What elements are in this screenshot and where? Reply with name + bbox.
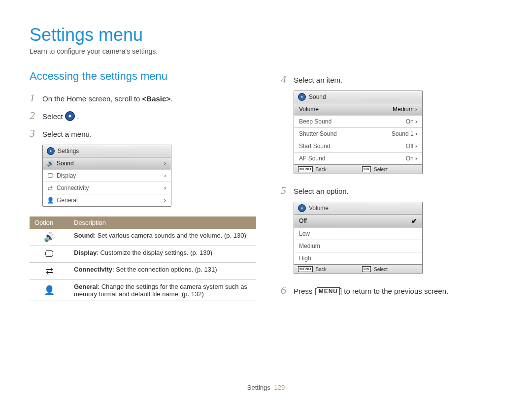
footer-select-label: Select — [374, 167, 388, 172]
chevron-right-icon: › — [415, 118, 417, 125]
step-4: 4 Select an item. — [281, 73, 502, 86]
desc-cell: Sound: Set various camera sounds and the… — [69, 229, 256, 246]
row-value: Off › — [406, 143, 417, 150]
row-label: General — [57, 197, 78, 204]
step-number: 4 — [281, 73, 290, 86]
panel-footer: MENU Back OK Select — [294, 164, 422, 174]
step-text: Press [MENU] to return to the previous s… — [294, 287, 448, 295]
row-label: Sound — [57, 160, 74, 167]
row-label: Connectivity — [57, 185, 89, 191]
volume-panel: Volume Off ✔ Low Medium High — [294, 202, 423, 274]
volume-row-low[interactable]: Low — [294, 227, 422, 240]
sound-icon — [47, 160, 54, 167]
row-value: Medium › — [393, 106, 417, 113]
check-icon: ✔ — [411, 217, 417, 225]
row-label: Beep Sound — [299, 118, 332, 125]
panel-title: Sound — [309, 93, 326, 100]
volume-row-medium[interactable]: Medium — [294, 240, 422, 252]
menu-button-icon: MENU — [298, 166, 313, 172]
step-number: 2 — [30, 109, 38, 122]
chevron-right-icon: › — [164, 160, 166, 167]
desc-cell: Display: Customize the display settings.… — [69, 246, 256, 263]
display-icon — [47, 172, 54, 179]
footer-back[interactable]: MENU Back — [294, 265, 358, 274]
step-6-prefix: Press [ — [294, 287, 317, 295]
display-icon: 🖵 — [30, 246, 69, 263]
chevron-right-icon: › — [164, 197, 166, 204]
row-label: Volume — [299, 106, 319, 113]
panel-footer: MENU Back OK Select — [294, 264, 422, 274]
option-description-table: Option Description 🔊 Sound: Set various … — [30, 216, 256, 301]
volume-row-off[interactable]: Off ✔ — [294, 215, 422, 227]
connectivity-icon — [47, 185, 54, 191]
footer-select[interactable]: OK Select — [358, 265, 422, 274]
settings-row-sound[interactable]: Sound › — [43, 157, 171, 169]
step-3: 3 Select a menu. — [30, 127, 256, 140]
volume-row-high[interactable]: High — [294, 252, 422, 264]
step-1: 1 On the Home screen, scroll to <Basic>. — [30, 92, 256, 104]
table-row: 🖵 Display: Customize the display setting… — [30, 246, 256, 263]
settings-row-general[interactable]: General › — [43, 194, 171, 206]
step-number: 3 — [30, 127, 38, 140]
row-label: Shutter Sound — [299, 130, 337, 137]
step-text: Select an option. — [294, 187, 349, 195]
row-value: On › — [406, 118, 417, 125]
panel-title: Volume — [309, 205, 329, 212]
menu-button-label: MENU — [317, 287, 340, 295]
chevron-right-icon: › — [415, 106, 417, 113]
sound-list: Volume Medium › Beep Sound On › Shutter … — [294, 103, 422, 164]
footer-select[interactable]: OK Select — [358, 165, 422, 174]
left-column: Accessing the settings menu 1 On the Hom… — [30, 70, 256, 302]
menu-button-icon: MENU — [298, 266, 313, 272]
sound-row-start[interactable]: Start Sound Off › — [294, 140, 422, 152]
page-footer: Settings 129 — [0, 384, 532, 391]
panel-header: Volume — [294, 202, 422, 215]
ok-button-icon: OK — [362, 266, 371, 272]
step-5: 5 Select an option. — [281, 184, 502, 197]
settings-icon — [298, 204, 306, 212]
settings-row-display[interactable]: Display › — [43, 169, 171, 182]
right-column: 4 Select an item. Sound Volume Medium › … — [281, 70, 502, 302]
chevron-right-icon: › — [415, 130, 417, 137]
step-text: Select a menu. — [42, 130, 92, 138]
connectivity-icon: ⇄ — [30, 263, 69, 280]
footer-back-label: Back — [316, 267, 327, 272]
table-row: ⇄ Connectivity: Set the connection optio… — [30, 263, 256, 280]
sound-row-volume[interactable]: Volume Medium › — [294, 103, 422, 115]
step-6-suffix: ] to return to the previous screen. — [340, 287, 448, 295]
step-number: 6 — [281, 284, 290, 297]
page-subtitle: Learn to configure your camera's setting… — [30, 47, 502, 55]
general-icon — [47, 197, 54, 204]
step-number: 1 — [30, 92, 38, 104]
sound-icon: 🔊 — [30, 229, 69, 246]
row-label: Start Sound — [299, 143, 330, 150]
table-row: 🔊 Sound: Set various camera sounds and t… — [30, 229, 256, 246]
chevron-right-icon: › — [164, 172, 166, 179]
step-2-verb: Select — [42, 112, 63, 121]
sound-row-shutter[interactable]: Shutter Sound Sound 1 › — [294, 127, 422, 140]
desc-cell: General: Change the settings for the cam… — [69, 280, 256, 301]
sound-row-af[interactable]: AF Sound On › — [294, 152, 422, 164]
step-text: Select . — [42, 111, 79, 121]
row-label: High — [299, 255, 311, 262]
th-description: Description — [69, 216, 256, 229]
desc-cell: Connectivity: Set the connection options… — [69, 263, 256, 280]
ok-button-icon: OK — [362, 166, 371, 172]
sound-panel: Sound Volume Medium › Beep Sound On › Sh… — [294, 91, 423, 174]
sound-row-beep[interactable]: Beep Sound On › — [294, 115, 422, 127]
th-option: Option — [30, 216, 69, 229]
row-label: Medium — [299, 243, 320, 249]
row-value: Sound 1 › — [392, 130, 417, 137]
row-label: Display — [57, 172, 76, 179]
footer-back[interactable]: MENU Back — [294, 165, 358, 174]
settings-panel: Settings Sound › Display › C — [42, 145, 171, 207]
panel-header: Settings — [43, 145, 171, 157]
settings-icon — [298, 93, 306, 101]
panel-title: Settings — [58, 148, 79, 154]
volume-list: Off ✔ Low Medium High — [294, 215, 422, 264]
step-2-after: . — [77, 112, 79, 121]
footer-page-number: 129 — [274, 384, 285, 391]
settings-row-connectivity[interactable]: Connectivity › — [43, 182, 171, 194]
step-text: Select an item. — [294, 76, 342, 84]
row-label: AF Sound — [299, 155, 325, 162]
